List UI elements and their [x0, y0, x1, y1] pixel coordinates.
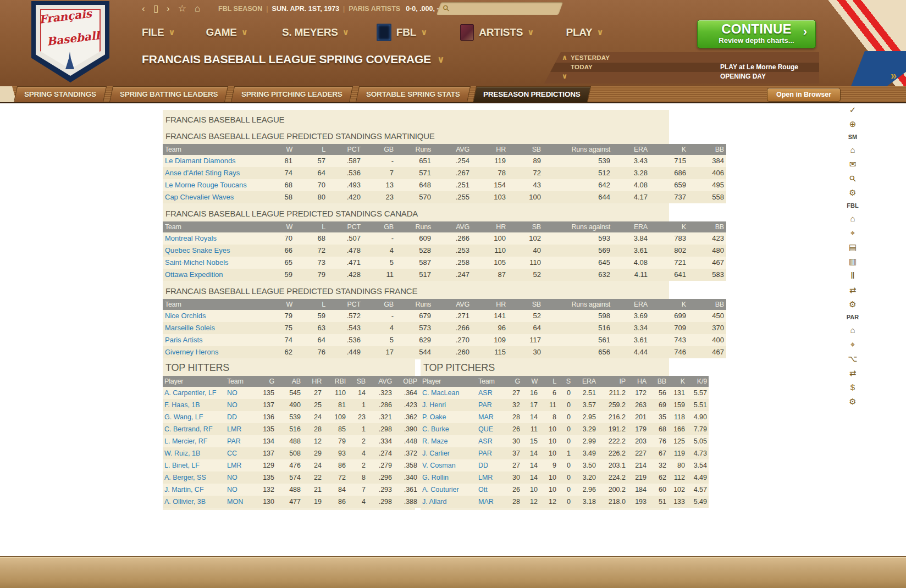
page-title-dropdown[interactable]: FRANCAIS BASEBALL LEAGUE SPRING COVERAGE…: [142, 53, 445, 66]
entity-link[interactable]: Montreal Royals: [163, 232, 266, 245]
entity-link[interactable]: R. Maze: [421, 435, 477, 447]
team-link[interactable]: LMR: [477, 471, 504, 484]
globe-icon[interactable]: ⊕: [845, 119, 860, 130]
league-scores-icon[interactable]: ⌖: [845, 228, 860, 238]
favorite-icon[interactable]: ☆: [178, 2, 186, 15]
entity-link[interactable]: Cap Chevalier Waves: [163, 191, 266, 203]
team-ballpark-icon[interactable]: ⌖: [845, 339, 860, 350]
today-event-link[interactable]: PLAY at Le Morne Rouge: [720, 63, 798, 72]
team-link[interactable]: QUE: [477, 423, 504, 435]
entity-link[interactable]: A. Couturier: [421, 484, 477, 496]
check-icon[interactable]: ✓: [845, 104, 860, 115]
entity-link[interactable]: V. Cosman: [421, 459, 477, 471]
entity-link[interactable]: L. Mercier, RF: [163, 435, 225, 447]
tab-spring-batting-leaders[interactable]: SPRING BATTING LEADERS: [109, 86, 229, 102]
open-in-browser-button[interactable]: Open in Browser: [767, 88, 841, 102]
entity-link[interactable]: Giverney Herons: [163, 346, 266, 358]
team-link[interactable]: NO: [225, 471, 253, 484]
home-icon[interactable]: ⌂: [195, 2, 200, 15]
team-link[interactable]: NO: [225, 484, 253, 496]
forward-icon[interactable]: ›: [167, 2, 170, 15]
stat-cell: 191.2: [598, 423, 627, 435]
league-logo[interactable]: Français Baseball: [31, 1, 109, 82]
search-icon[interactable]: ⚲: [843, 169, 862, 188]
team-link[interactable]: DD: [225, 411, 253, 423]
opening-day-event[interactable]: OPENING DAY: [720, 72, 766, 81]
team-finance-icon[interactable]: $: [845, 382, 860, 393]
entity-link[interactable]: C. MacLean: [421, 387, 477, 399]
stat-cell: 76: [295, 346, 328, 358]
league-exchange-icon[interactable]: ⇄: [845, 285, 860, 296]
entity-link[interactable]: P. Oake: [421, 411, 477, 423]
back-icon[interactable]: ‹: [142, 2, 145, 15]
team-link[interactable]: ASR: [477, 387, 504, 399]
team-home-icon[interactable]: ⌂: [845, 325, 860, 336]
team-link[interactable]: DD: [477, 459, 504, 471]
league-settings-icon[interactable]: ⚙: [845, 299, 860, 310]
entity-link[interactable]: A. Carpentier, LF: [163, 387, 225, 399]
entity-link[interactable]: A. Ollivier, 3B: [163, 496, 225, 508]
manager-home-icon[interactable]: ⌂: [845, 145, 860, 156]
team-link[interactable]: PAR: [477, 447, 504, 459]
menu-game[interactable]: GAME ∨: [206, 26, 248, 38]
entity-link[interactable]: J. Henri: [421, 399, 477, 411]
tab-spring-pitching-leaders[interactable]: SPRING PITCHING LEADERS: [231, 86, 353, 102]
team-link[interactable]: MON: [225, 496, 253, 508]
entity-link[interactable]: J. Carlier: [421, 447, 477, 459]
team-link[interactable]: NO: [225, 399, 253, 411]
league-transactions-icon[interactable]: ▤: [845, 242, 860, 253]
tab-sortable-spring-stats[interactable]: SORTABLE SPRING STATS: [356, 86, 471, 102]
team-settings-icon[interactable]: ⚙: [845, 396, 860, 407]
team-link[interactable]: MAR: [477, 496, 504, 508]
entity-link[interactable]: Nice Orchids: [163, 310, 266, 322]
team-link[interactable]: PAR: [477, 399, 504, 411]
tab-preseason-predictions[interactable]: PRESEASON PREDICTIONS: [473, 86, 591, 102]
menu-file[interactable]: FILE ∨: [142, 26, 175, 38]
team-exchange-icon[interactable]: ⇄: [845, 368, 860, 379]
chevron-down-icon[interactable]: ∨: [561, 72, 568, 80]
entity-link[interactable]: Paris Artists: [163, 334, 266, 346]
entity-link[interactable]: Ottawa Expedition: [163, 269, 266, 281]
stat-cell: 406: [688, 167, 726, 179]
entity-link[interactable]: W. Ruiz, 1B: [163, 447, 225, 459]
menu-team[interactable]: ARTISTS ∨: [460, 24, 534, 41]
league-schedule-icon[interactable]: Ⅱ: [845, 270, 860, 281]
entity-link[interactable]: F. Haas, 1B: [163, 399, 225, 411]
entity-link[interactable]: Saint-Michel Nobels: [163, 257, 266, 269]
menu-manager[interactable]: S. MEYERS ∨: [282, 26, 349, 38]
search-input[interactable]: [455, 3, 555, 15]
team-link[interactable]: NO: [225, 387, 253, 399]
team-link[interactable]: CC: [225, 447, 253, 459]
entity-link[interactable]: G. Rollin: [421, 471, 477, 484]
team-link[interactable]: ASR: [477, 435, 504, 447]
entity-link[interactable]: J. Allard: [421, 496, 477, 508]
entity-link[interactable]: Anse d'Arlet Sting Rays: [163, 167, 266, 179]
team-link[interactable]: LMR: [225, 459, 253, 471]
entity-link[interactable]: Marseille Soleis: [163, 322, 266, 334]
entity-link[interactable]: C. Burke: [421, 423, 477, 435]
entity-link[interactable]: C. Bertrand, RF: [163, 423, 225, 435]
entity-link[interactable]: Le Diamant Diamonds: [163, 155, 266, 167]
entity-link[interactable]: Le Morne Rouge Toucans: [163, 179, 266, 191]
team-link[interactable]: MAR: [477, 411, 504, 423]
league-home-icon[interactable]: ⌂: [845, 213, 860, 224]
entity-link[interactable]: Quebec Snake Eyes: [163, 245, 266, 257]
window-icon[interactable]: ▯: [153, 2, 158, 15]
team-link[interactable]: LMR: [225, 423, 253, 435]
team-link[interactable]: PAR: [225, 435, 253, 447]
league-stats-icon[interactable]: ▥: [845, 256, 860, 267]
team-depth-icon[interactable]: ⌥: [845, 353, 860, 364]
entity-link[interactable]: A. Berger, SS: [163, 471, 225, 484]
tab-spring-standings[interactable]: SPRING STANDINGS: [14, 86, 107, 102]
menu-play[interactable]: PLAY ∨: [566, 26, 603, 38]
entity-link[interactable]: J. Martin, CF: [163, 484, 225, 496]
entity-link[interactable]: G. Wang, LF: [163, 411, 225, 423]
more-chevron-icon[interactable]: »: [891, 69, 897, 82]
menu-league[interactable]: FBL ∨: [377, 24, 428, 41]
continue-button[interactable]: CONTINUE › Review depth charts...: [697, 20, 816, 48]
team-link[interactable]: Ott: [477, 484, 504, 496]
manager-settings-icon[interactable]: ⚙: [845, 187, 860, 198]
chevron-up-icon[interactable]: ∧: [561, 53, 568, 62]
entity-link[interactable]: L. Binet, LF: [163, 459, 225, 471]
mail-icon[interactable]: ✉: [845, 159, 860, 170]
